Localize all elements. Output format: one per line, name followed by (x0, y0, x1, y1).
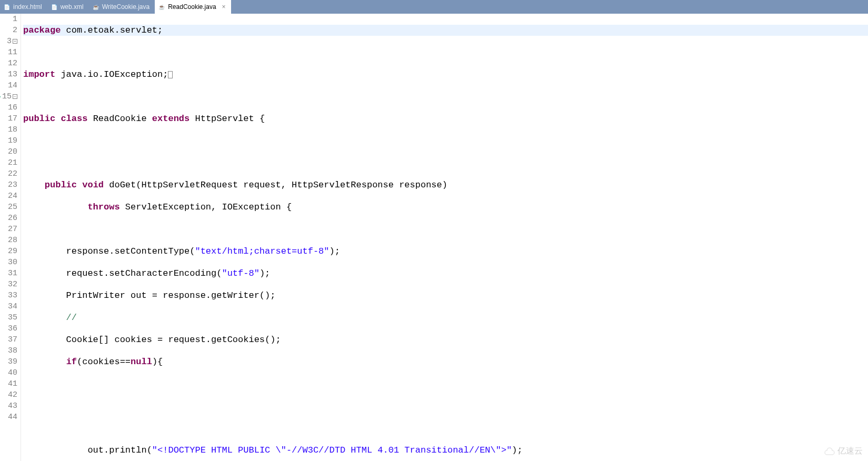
line-number: 33 (0, 290, 17, 301)
line-number: 20 (0, 146, 17, 157)
code-line: Cookie[] cookies = request.getCookies(); (23, 334, 868, 345)
code-line: package com.etoak.servlet; (23, 25, 868, 36)
line-number: 34 (0, 301, 17, 312)
line-number: 22 (0, 168, 17, 179)
folded-marker-icon[interactable] (168, 71, 173, 78)
line-number: 27 (0, 224, 17, 235)
line-number: 17 (0, 113, 17, 124)
line-number: 40 (0, 367, 17, 378)
editor-tab-bar: 📄 index.html 📄 web.xml ☕ WriteCookie.jav… (0, 0, 868, 14)
close-icon[interactable]: × (222, 3, 226, 11)
line-number: 42 (0, 389, 17, 400)
code-line: throws ServletException, IOException { (23, 202, 868, 213)
line-number: 23 (0, 179, 17, 191)
line-number: 3+ (0, 36, 17, 47)
code-line: request.setCharacterEncoding("utf-8"); (23, 268, 868, 279)
line-number: 35 (0, 312, 17, 323)
line-number: 31 (0, 268, 17, 279)
line-number: 14 (0, 80, 17, 91)
line-number: 24 (0, 191, 17, 202)
xml-file-icon: 📄 (51, 3, 58, 11)
line-number: 16 (0, 102, 17, 113)
line-number: 44 (0, 412, 17, 423)
tab-readcookie-java[interactable]: ☕ ReadCookie.java × (155, 0, 231, 14)
tab-web-xml[interactable]: 📄 web.xml (47, 0, 89, 14)
tab-writecookie-java[interactable]: ☕ WriteCookie.java (89, 0, 155, 14)
code-line: PrintWriter out = response.getWriter(); (23, 290, 868, 301)
code-line: response.setContentType("text/html;chars… (23, 246, 868, 257)
fold-icon[interactable]: + (13, 39, 17, 44)
line-number: 26 (0, 213, 17, 224)
tab-label: web.xml (61, 3, 84, 11)
line-number: 30 (0, 257, 17, 268)
fold-icon[interactable]: − (13, 94, 17, 99)
watermark: 亿速云 (824, 446, 863, 457)
java-file-icon: ☕ (158, 3, 165, 11)
code-line: public class ReadCookie extends HttpServ… (23, 113, 868, 124)
code-area[interactable]: package com.etoak.servlet; import java.i… (21, 14, 868, 461)
line-number: 11 (0, 47, 17, 58)
line-number: 18 (0, 124, 17, 135)
code-line (23, 91, 868, 102)
code-line: public void doGet(HttpServletRequest req… (23, 179, 868, 191)
tab-label: ReadCookie.java (168, 3, 216, 11)
code-line: import java.io.IOException; (23, 69, 868, 80)
tab-index-html[interactable]: 📄 index.html (0, 0, 47, 14)
code-line (23, 400, 868, 412)
code-line (23, 378, 868, 389)
line-number: 29 (0, 246, 17, 257)
code-line (23, 47, 868, 58)
line-number: 1 (0, 14, 17, 25)
line-number: 13 (0, 69, 17, 80)
line-number: 28 (0, 235, 17, 246)
code-editor[interactable]: 1 2 3+ 11 ⚠12 13 14 ▲15− 16 17 18 19 20 … (0, 14, 868, 461)
line-number: 32 (0, 279, 17, 290)
code-line (23, 224, 868, 235)
code-line (23, 423, 868, 434)
line-number: 2 (0, 25, 17, 36)
line-number: 21 (0, 157, 17, 168)
override-marker-icon: ▲ (0, 91, 1, 102)
java-file-icon: ☕ (92, 3, 99, 11)
line-number: 43 (0, 400, 17, 412)
line-number: ⚠12 (0, 58, 17, 69)
line-number-gutter: 1 2 3+ 11 ⚠12 13 14 ▲15− 16 17 18 19 20 … (0, 14, 21, 461)
watermark-text: 亿速云 (837, 446, 863, 457)
line-number: 37 (0, 334, 17, 345)
cloud-icon (824, 447, 835, 456)
tab-label: WriteCookie.java (102, 3, 149, 11)
code-line (23, 135, 868, 146)
line-number: 36 (0, 323, 17, 334)
line-number: ▲15− (0, 91, 17, 102)
line-number: 25 (0, 202, 17, 213)
line-number: 39 (0, 356, 17, 367)
tab-label: index.html (13, 3, 42, 11)
code-line: // (23, 312, 868, 323)
code-line: out.println("<!DOCTYPE HTML PUBLIC \"-//… (23, 445, 868, 456)
code-line (23, 157, 868, 168)
html-file-icon: 📄 (3, 3, 11, 11)
line-number: 41 (0, 378, 17, 389)
code-line: if(cookies==null){ (23, 356, 868, 367)
line-number: 19 (0, 135, 17, 146)
line-number: 38 (0, 345, 17, 356)
